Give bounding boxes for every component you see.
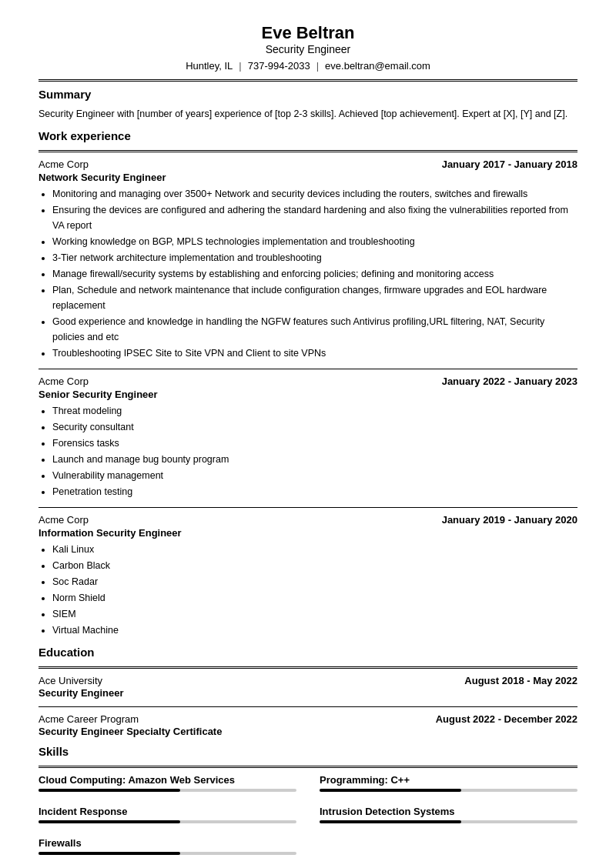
resume-header: Eve Beltran Security Engineer Huntley, I… — [38, 23, 578, 72]
bullet-1-1: Ensuring the devices are configured and … — [52, 202, 578, 233]
work-experience-title: Work experience — [38, 129, 578, 142]
company-2: Acme Corp — [38, 376, 89, 387]
skills-title: Skills — [38, 745, 578, 758]
skills-section: Skills Cloud Computing: Amazon Web Servi… — [38, 745, 578, 858]
skill-item-1: Programming: C++ — [320, 774, 578, 792]
bullet-2-3: Launch and manage bug bounty program — [52, 452, 578, 467]
summary-section: Summary Security Engineer with [number o… — [38, 88, 578, 122]
skill-name-2: Incident Response — [38, 806, 296, 817]
skill-name-0: Cloud Computing: Amazon Web Services — [38, 774, 296, 786]
email: eve.beltran@email.com — [325, 60, 430, 72]
work-divider-top — [38, 150, 578, 152]
company-1: Acme Corp — [38, 159, 89, 170]
skill-bar-bg-1 — [320, 789, 578, 792]
skill-bar-bg-4 — [38, 852, 296, 855]
candidate-name: Eve Beltran — [38, 23, 578, 43]
bullet-3-0: Kali Linux — [52, 542, 578, 557]
bullet-1-6: Good experience and knowledge in handlin… — [52, 314, 578, 345]
skill-item-0: Cloud Computing: Amazon Web Services — [38, 774, 296, 792]
work-header-1: Acme Corp January 2017 - January 2018 — [38, 159, 578, 170]
edu-divider-1 — [38, 706, 578, 707]
skill-item-3: Intrusion Detection Systems — [320, 806, 578, 823]
skill-bar-fill-4 — [38, 852, 180, 855]
work-experience-section: Work experience Acme Corp January 2017 -… — [38, 129, 578, 638]
phone: 737-994-2033 — [248, 60, 310, 72]
separator-2: | — [316, 60, 319, 72]
school-2: Acme Career Program — [38, 713, 139, 725]
bullet-3-3: Norm Shield — [52, 590, 578, 606]
skill-bar-fill-0 — [38, 789, 180, 792]
skills-grid: Cloud Computing: Amazon Web Services Pro… — [38, 774, 578, 858]
edu-header-2: Acme Career Program August 2022 - Decemb… — [38, 713, 578, 725]
bullets-1: Monitoring and managing over 3500+ Netwo… — [52, 186, 578, 361]
bullet-1-7: Troubleshooting IPSEC Site to Site VPN a… — [52, 346, 578, 361]
edu-divider-top — [38, 666, 578, 669]
skill-bar-bg-3 — [320, 820, 578, 823]
bullets-2: Threat modeling Security consultant Fore… — [52, 403, 578, 499]
degree-1: Security Engineer — [38, 687, 578, 699]
work-entry-2: Acme Corp January 2022 - January 2023 Se… — [38, 376, 578, 499]
skill-bar-fill-3 — [320, 820, 461, 823]
school-1: Ace University — [38, 675, 102, 686]
job-title-3: Information Security Engineer — [38, 527, 578, 539]
bullet-3-2: Soc Radar — [52, 574, 578, 589]
edu-header-1: Ace University August 2018 - May 2022 — [38, 675, 578, 686]
skill-item-2: Incident Response — [38, 806, 296, 823]
job-title-1: Network Security Engineer — [38, 172, 578, 183]
edu-date-2: August 2022 - December 2022 — [436, 713, 578, 725]
header-divider — [38, 79, 578, 82]
education-section: Education Ace University August 2018 - M… — [38, 646, 578, 737]
bullets-3: Kali Linux Carbon Black Soc Radar Norm S… — [52, 542, 578, 638]
company-3: Acme Corp — [38, 514, 89, 526]
summary-text: Security Engineer with [number of years]… — [38, 107, 578, 122]
work-entry-1: Acme Corp January 2017 - January 2018 Ne… — [38, 159, 578, 361]
bullet-1-4: Manage firewall/security systems by esta… — [52, 266, 578, 282]
work-header-3: Acme Corp January 2019 - January 2020 — [38, 514, 578, 526]
separator-1: | — [239, 60, 241, 72]
work-divider-2 — [38, 507, 578, 508]
education-title: Education — [38, 646, 578, 659]
skills-divider-top — [38, 766, 578, 768]
skill-name-1: Programming: C++ — [320, 774, 578, 786]
bullet-2-5: Penetration testing — [52, 484, 578, 499]
work-divider-1 — [38, 369, 578, 369]
bullet-2-1: Security consultant — [52, 419, 578, 435]
bullet-1-3: 3-Tier network architecture implementati… — [52, 250, 578, 265]
candidate-title: Security Engineer — [38, 43, 578, 55]
skill-bar-bg-2 — [38, 820, 296, 823]
edu-entry-1: Ace University August 2018 - May 2022 Se… — [38, 675, 578, 699]
edu-date-1: August 2018 - May 2022 — [464, 675, 578, 686]
bullet-2-4: Vulnerability management — [52, 468, 578, 483]
work-header-2: Acme Corp January 2022 - January 2023 — [38, 376, 578, 387]
bullet-2-0: Threat modeling — [52, 403, 578, 419]
skill-bar-fill-1 — [320, 789, 461, 792]
skill-item-4: Firewalls — [38, 837, 296, 855]
skill-name-3: Intrusion Detection Systems — [320, 806, 578, 817]
date-2: January 2022 - January 2023 — [442, 376, 578, 387]
bullet-3-5: Virtual Machine — [52, 623, 578, 638]
skill-name-4: Firewalls — [38, 837, 296, 849]
degree-2: Security Engineer Specialty Certificate — [38, 726, 578, 737]
edu-entry-2: Acme Career Program August 2022 - Decemb… — [38, 713, 578, 737]
bullet-1-5: Plan, Schedule and network maintenance t… — [52, 282, 578, 313]
bullet-1-2: Working knowledge on BGP, MPLS technolog… — [52, 234, 578, 249]
job-title-2: Senior Security Engineer — [38, 389, 578, 400]
summary-title: Summary — [38, 88, 578, 101]
work-entry-3: Acme Corp January 2019 - January 2020 In… — [38, 514, 578, 638]
skill-bar-fill-2 — [38, 820, 180, 823]
skill-bar-bg-0 — [38, 789, 296, 792]
bullet-3-4: SIEM — [52, 606, 578, 622]
location: Huntley, IL — [186, 60, 233, 72]
date-3: January 2019 - January 2020 — [442, 514, 578, 526]
date-1: January 2017 - January 2018 — [442, 159, 578, 170]
bullet-2-2: Forensics tasks — [52, 436, 578, 451]
bullet-1-0: Monitoring and managing over 3500+ Netwo… — [52, 186, 578, 202]
contact-info: Huntley, IL | 737-994-2033 | eve.beltran… — [38, 60, 578, 72]
bullet-3-1: Carbon Black — [52, 558, 578, 573]
